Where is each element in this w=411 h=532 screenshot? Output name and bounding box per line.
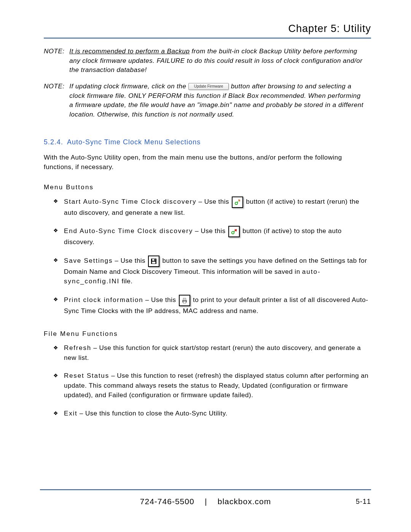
- item-lead: Save Settings: [64, 257, 113, 264]
- intro-paragraph: With the Auto-Sync Utility open, from th…: [44, 153, 371, 172]
- item-lead: Refresh: [64, 344, 91, 351]
- footer-rule: [40, 489, 371, 490]
- svg-rect-11: [152, 262, 156, 264]
- file-menu-heading: File Menu Functions: [44, 330, 371, 338]
- chapter-title: Chapter 5: Utility: [44, 23, 371, 35]
- svg-rect-14: [183, 301, 186, 303]
- item-text: – Use this: [196, 198, 231, 205]
- footer-sep: |: [205, 497, 207, 506]
- section-heading: 5.2.4.Auto-Sync Time Clock Menu Selectio…: [44, 138, 371, 146]
- page: Chapter 5: Utility NOTE: It is recommend…: [0, 0, 411, 532]
- item-text: file.: [119, 278, 132, 285]
- section-number: 5.2.4.: [44, 138, 63, 146]
- item-text: – Use this function to close the Auto-Sy…: [78, 410, 228, 417]
- page-footer: 724-746-5500 | blackbox.com 5-11: [40, 489, 371, 506]
- item-lead: Reset Status: [64, 372, 109, 379]
- note-pre: If updating clock firmware, click on the: [69, 83, 188, 90]
- list-item: Reset Status – Use this function to rese…: [53, 371, 371, 400]
- update-firmware-button[interactable]: Update Firmware: [188, 83, 229, 90]
- list-item: Save Settings – Use this button to save …: [53, 256, 371, 286]
- note-body: If updating clock firmware, click on the…: [69, 82, 366, 120]
- note-label: NOTE:: [44, 47, 67, 56]
- item-lead: Start Auto-Sync Time Clock discovery: [64, 198, 196, 205]
- list-item: Print clock information – Use this to pr…: [53, 295, 371, 316]
- note-backup: NOTE: It is recommended to perform a Bac…: [44, 47, 371, 75]
- menu-buttons-list: Start Auto-Sync Time Clock discovery – U…: [44, 197, 371, 316]
- print-icon[interactable]: [179, 295, 190, 306]
- discover-start-icon[interactable]: [232, 197, 243, 208]
- list-item: End Auto-Sync Time Clock discovery – Use…: [53, 226, 371, 247]
- note-body: It is recommended to perform a Backup fr…: [69, 47, 366, 75]
- item-text: – Use this function for quick start/stop…: [64, 344, 361, 361]
- note-underlined: It is recommended to perform a Backup: [69, 48, 190, 55]
- item-text: – Use this function to reset (refresh) t…: [64, 372, 368, 399]
- item-text: – Use this: [113, 257, 147, 264]
- discover-end-icon[interactable]: [228, 226, 240, 237]
- list-item: Exit – Use this function to close the Au…: [53, 409, 371, 419]
- footer-line: 724-746-5500 | blackbox.com 5-11: [40, 497, 371, 506]
- svg-rect-13: [183, 298, 186, 300]
- footer-site: blackbox.com: [218, 497, 271, 506]
- menu-buttons-heading: Menu Buttons: [44, 184, 371, 191]
- item-lead: End Auto-Sync Time Clock discovery: [64, 228, 193, 235]
- svg-rect-10: [154, 259, 155, 260]
- save-icon[interactable]: [148, 256, 159, 267]
- item-lead: Exit: [64, 410, 78, 417]
- footer-phone: 724-746-5500: [140, 497, 194, 506]
- file-menu-list: Refresh – Use this function for quick st…: [44, 343, 371, 418]
- item-text: – Use this: [193, 228, 228, 235]
- note-label: NOTE:: [44, 82, 67, 91]
- section-title: Auto-Sync Time Clock Menu Selections: [67, 138, 201, 146]
- header-rule: [44, 38, 371, 38]
- list-item: Start Auto-Sync Time Clock discovery – U…: [53, 197, 371, 218]
- item-text: – Use this: [143, 296, 178, 304]
- list-item: Refresh – Use this function for quick st…: [53, 343, 371, 363]
- page-number: 5-11: [356, 498, 371, 506]
- item-lead: Print clock information: [64, 296, 143, 304]
- note-firmware: NOTE: If updating clock firmware, click …: [44, 82, 371, 120]
